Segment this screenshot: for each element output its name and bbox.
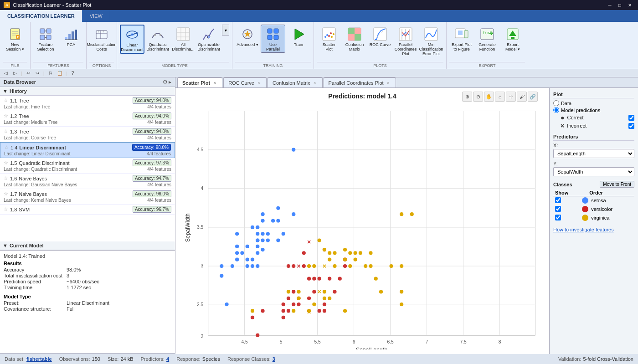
tab-confusion-matrix-close[interactable]: × <box>312 80 318 86</box>
roc-curve-button[interactable]: ROC Curve <box>368 25 392 50</box>
titlebar-controls[interactable]: ─ □ ✕ <box>605 1 634 9</box>
parallel-coordinates-button[interactable]: ParallelCoordinates Plot <box>393 25 418 57</box>
all-discriminant-button[interactable]: AllDiscrimina... <box>171 25 196 53</box>
tab-scatter-plot[interactable]: Scatter Plot × <box>177 77 222 87</box>
item-1-6-star[interactable]: ☆ <box>4 175 8 181</box>
setosa-checkbox-cell[interactable] <box>553 196 580 205</box>
validation-label: Validation: <box>558 356 581 362</box>
plot-tool-data-cursor[interactable]: ⊹ <box>506 92 516 102</box>
tab-confusion-matrix-label: Confusion Matrix <box>273 80 310 86</box>
svg-rect-58 <box>425 28 437 41</box>
time-value: 1.1272 sec <box>67 285 91 290</box>
toolbar-forward-button[interactable]: ▷ <box>11 70 19 77</box>
data-radio-input[interactable] <box>553 100 559 106</box>
item-1-4-star[interactable]: ☆ <box>4 144 9 150</box>
model-type-expand-button[interactable]: ▾ <box>222 25 229 36</box>
history-item-1-7[interactable]: ☆ 1.7 Naive Bayes Accuracy: 96.0% Last c… <box>0 189 175 205</box>
current-model-section-toggle[interactable]: ▼ Current Model <box>0 241 175 250</box>
export-plot-to-figure-button[interactable]: Export Plotto Figure <box>449 25 474 53</box>
item-1-8-star[interactable]: ☆ <box>4 206 8 212</box>
svg-point-197 <box>374 277 378 281</box>
rp-plot-title: Plot <box>553 92 634 98</box>
history-item-1-4[interactable]: ☆ 1.4 Linear Discriminant Accuracy: 98.0… <box>0 142 175 158</box>
correct-checkbox[interactable] <box>628 115 634 121</box>
tab-parallel-coordinates-close[interactable]: × <box>386 80 391 86</box>
dataset-value[interactable]: fishertable <box>26 356 52 362</box>
virginica-checkbox[interactable] <box>555 215 561 220</box>
svg-point-46 <box>333 33 334 35</box>
use-parallel-button[interactable]: UseParallel <box>261 25 285 53</box>
toolbar-help-button[interactable]: ? <box>69 70 77 77</box>
item-1-5-star[interactable]: ☆ <box>4 160 8 166</box>
data-browser-settings-button[interactable]: ⚙ <box>163 79 168 85</box>
misclassification-costs-button[interactable]: $$ MisclassificationCosts <box>89 25 114 53</box>
predictors-value[interactable]: 4 <box>166 356 169 362</box>
confusion-matrix-button[interactable]: ConfusionMatrix <box>342 25 367 53</box>
svg-point-201 <box>400 290 403 293</box>
tab-roc-curve-close[interactable]: × <box>256 80 262 86</box>
toolbar-paste-button[interactable]: 📋 <box>56 70 64 77</box>
train-button[interactable]: Train <box>286 25 311 50</box>
tab-parallel-coordinates[interactable]: Parallel Coordinates Plot × <box>324 77 396 87</box>
svg-rect-62 <box>464 31 468 38</box>
toolbar-redo-button[interactable]: ↪ <box>33 70 41 77</box>
item-1-1-star[interactable]: ☆ <box>4 97 8 103</box>
tab-classification-learner[interactable]: CLASSIFICATION LEARNER <box>0 10 82 22</box>
history-item-1-5[interactable]: ☆ 1.5 Quadratic Discriminant Accuracy: 9… <box>0 158 175 174</box>
rp-y-select[interactable]: SepalWidth <box>553 167 634 176</box>
item-1-3-star[interactable]: ☆ <box>4 128 8 134</box>
history-item-1-3[interactable]: ☆ 1.3 Tree Accuracy: 94.0% Last change: … <box>0 127 175 142</box>
maximize-button[interactable]: □ <box>615 1 624 9</box>
history-item-1-1[interactable]: ☆ 1.1 Tree Accuracy: 94.0% Last change: … <box>0 96 175 111</box>
history-section-toggle[interactable]: ▼ History <box>0 87 175 96</box>
rp-model-predictions-radio[interactable]: Model predictions <box>553 107 634 113</box>
virginica-checkbox-cell[interactable] <box>553 214 580 222</box>
plot-tool-brush[interactable]: 🖌 <box>517 92 527 102</box>
generate-function-button[interactable]: f(x) GenerateFunction <box>475 25 499 53</box>
move-to-front-button[interactable]: Move to Front <box>600 181 634 188</box>
rp-data-radio[interactable]: Data <box>553 100 634 106</box>
plot-tool-zoom-in[interactable]: ⊕ <box>462 92 472 102</box>
history-item-1-6[interactable]: ☆ 1.6 Naive Bayes Accuracy: 94.7% Last c… <box>0 174 175 189</box>
advanced-button[interactable]: Advanced ▾ <box>235 25 260 50</box>
plot-tool-link[interactable]: 🔗 <box>528 92 538 102</box>
history-item-1-8[interactable]: ☆ 1.8 SVM Accuracy: 96.7% <box>0 205 175 215</box>
min-classification-error-button[interactable]: Min ClassificationError Plot <box>419 25 443 57</box>
tab-scatter-plot-close[interactable]: × <box>212 80 217 86</box>
pca-button[interactable]: PCA <box>59 25 83 50</box>
linear-discriminant-button[interactable]: LinearDiscriminant <box>120 25 144 54</box>
toolbar-undo-button[interactable]: ↩ <box>24 70 32 77</box>
tab-view[interactable]: VIEW <box>82 10 110 22</box>
versicolor-checkbox-cell[interactable] <box>553 205 580 214</box>
model-predictions-radio-input[interactable] <box>553 107 559 113</box>
toolbar-back-button[interactable]: ◁ <box>2 70 10 77</box>
close-button[interactable]: ✕ <box>625 1 634 9</box>
feature-selection-button[interactable]: FeatureSelection <box>33 25 58 53</box>
response-classes-value[interactable]: 3 <box>273 356 275 362</box>
item-1-2-star[interactable]: ☆ <box>4 113 8 119</box>
item-1-7-star[interactable]: ☆ <box>4 191 8 197</box>
tab-confusion-matrix[interactable]: Confusion Matrix × <box>268 77 323 87</box>
minimize-button[interactable]: ─ <box>605 1 614 9</box>
setosa-checkbox[interactable] <box>555 197 561 203</box>
tab-roc-curve[interactable]: ROC Curve × <box>223 77 267 87</box>
toolbar-copy-button[interactable]: ⎘ <box>46 70 55 77</box>
optimizable-discriminant-button[interactable]: OptimizableDiscriminant <box>196 25 221 53</box>
plot-tool-reset[interactable]: ⌂ <box>495 92 505 102</box>
new-session-button[interactable]: New Session ▾ <box>3 25 27 53</box>
response-item: Response: Species <box>176 356 220 362</box>
incorrect-checkbox[interactable] <box>628 123 634 129</box>
data-browser-help-button[interactable]: ▸ <box>169 79 171 85</box>
linear-discriminant-icon <box>125 27 139 42</box>
export-model-button[interactable]: ExportModel ▾ <box>500 25 525 53</box>
quadratic-discriminant-button[interactable]: QuadraticDiscriminant <box>145 25 170 53</box>
scatter-plot-button[interactable]: ScatterPlot <box>317 25 341 53</box>
history-item-1-2[interactable]: ☆ 1.2 Tree Accuracy: 94.0% Last change: … <box>0 111 175 127</box>
plot-tool-zoom-out[interactable]: ⊖ <box>473 92 483 102</box>
svg-point-141 <box>282 309 285 313</box>
plot-tool-pan[interactable]: ✋ <box>484 92 494 102</box>
svg-point-113 <box>256 264 259 268</box>
rp-x-select[interactable]: SepalLength <box>553 149 634 158</box>
how-to-investigate-features-link[interactable]: How to investigate features <box>553 227 634 232</box>
versicolor-checkbox[interactable] <box>555 206 561 212</box>
